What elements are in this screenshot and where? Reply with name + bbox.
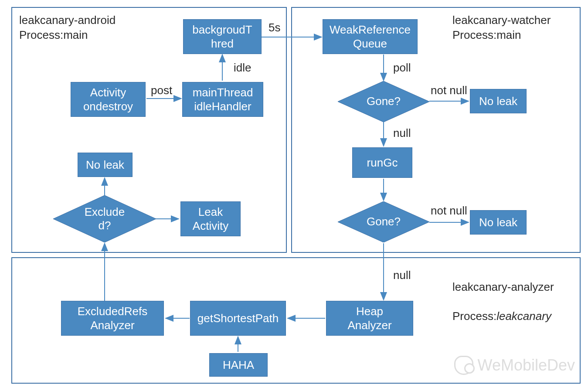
container-analyzer-label: leakcanary-analyzer Process:leakcanary [452,265,554,324]
box-mainthread-idlehandler: mainThread idleHandler [182,82,263,117]
watermark-text: WeMobileDev [478,356,575,374]
box-runGc: runGc [352,147,412,178]
edge-label-null-1: null [393,126,411,140]
box-activity-ondestroy: Activity ondestroy [71,82,146,117]
edge-label-post: post [151,84,172,97]
box-get-shortest-path: getShortestPath [190,301,286,336]
box-weakref-queue: WeakReference Queue [323,19,418,54]
diamond-gone-2: Gone? [338,201,429,242]
container-android-label: leakcanary-android Process:main [19,13,116,43]
watermark: WeMobileDev [454,356,575,375]
edge-label-not-null-1: not null [431,84,467,97]
box-heap-analyzer: Heap Analyzer [326,301,413,336]
box-no-leak-1: No leak [470,89,527,113]
box-excluded-refs-analyzer: ExcludedRefs Analyzer [61,301,164,336]
box-no-leak-2: No leak [470,210,527,235]
box-background-thread: backgroudT hred [183,19,262,54]
edge-label-5s: 5s [269,21,280,34]
container-analyzer-title: leakcanary-analyzer [452,280,554,293]
diamond-excluded: Exclude d? [53,195,156,242]
diamond-gone-2-label: Gone? [338,201,429,242]
container-analyzer-process-label: Process: [452,310,496,323]
edge-label-not-null-2: not null [431,204,467,218]
diamond-gone-1-label: Gone? [338,81,429,122]
container-analyzer-process-name: leakcanary [496,310,551,323]
box-haha: HAHA [209,353,268,377]
wechat-icon [454,356,473,375]
edge-label-null-2: null [393,269,411,282]
diamond-excluded-label: Exclude d? [53,195,156,242]
box-leak-activity: Leak Activity [180,201,241,236]
container-watcher-label: leakcanary-watcher Process:main [452,13,551,43]
diamond-gone-1: Gone? [338,81,429,122]
edge-label-poll: poll [393,61,411,75]
box-no-leak-3: No leak [78,153,133,177]
edge-label-idle: idle [234,61,251,75]
